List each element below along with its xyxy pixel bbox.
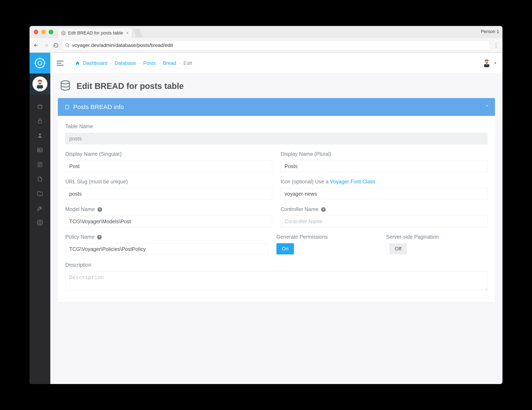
avatar	[481, 57, 492, 69]
bread-icon	[64, 104, 70, 110]
sidebar-logo[interactable]	[29, 53, 50, 73]
generate-permissions-toggle[interactable]: On	[276, 243, 297, 255]
svg-line-11	[68, 46, 69, 47]
svg-point-38	[61, 81, 69, 84]
chevron-up-icon: ⌃	[485, 104, 489, 110]
label-url-slug: URL Slug (must be unique)	[65, 179, 272, 185]
toggle-off-label: Off	[390, 243, 407, 255]
tab-favicon-icon	[61, 30, 66, 36]
svg-rect-23	[37, 85, 43, 89]
browser-tab[interactable]: Edit BREAD for posts table ×	[57, 28, 132, 38]
browser-window: Edit BREAD for posts table × Person 1 vo…	[29, 26, 503, 384]
tab-close-icon[interactable]: ×	[126, 30, 129, 36]
sidebar-item-roles[interactable]	[36, 117, 44, 125]
svg-point-12	[38, 61, 42, 65]
panel-bread-info: Posts BREAD info ⌃ Table Name Display Na…	[58, 98, 495, 302]
sidebar-item-tools[interactable]	[36, 204, 44, 212]
nav-reload-button[interactable]	[52, 41, 60, 49]
voyager-font-class-link[interactable]: Voyager Font Class	[330, 179, 375, 184]
display-plural-input[interactable]	[281, 160, 487, 172]
traffic-lights	[34, 30, 53, 34]
url-slug-input[interactable]	[65, 188, 272, 200]
chevron-down-icon: ▾	[494, 61, 496, 65]
database-icon	[59, 80, 72, 92]
profile-indicator[interactable]: Person 1	[481, 29, 499, 34]
breadcrumb-link-posts[interactable]: Posts	[143, 60, 156, 66]
panel-header[interactable]: Posts BREAD info ⌃	[58, 98, 495, 116]
search-icon	[65, 43, 70, 47]
browser-menu-button[interactable]: ⋮	[492, 41, 500, 49]
label-description: Description	[65, 262, 487, 268]
svg-point-27	[39, 134, 41, 136]
panel-title: Posts BREAD info	[73, 103, 124, 110]
label-policy-name-text: Policy Name	[65, 234, 95, 240]
svg-point-34	[39, 222, 41, 223]
window-close-button[interactable]	[34, 30, 38, 34]
user-menu[interactable]: ▾	[481, 57, 496, 69]
display-singular-input[interactable]	[65, 160, 272, 172]
sidebar-item-posts[interactable]	[36, 161, 44, 168]
breadcrumb-link-database[interactable]: Database	[114, 60, 136, 66]
label-display-singular: Display Name (Singular)	[65, 151, 272, 157]
nav-forward-button[interactable]	[42, 41, 50, 49]
breadcrumb-current: Edit	[183, 60, 192, 66]
label-display-plural: Display Name (Plural)	[281, 151, 487, 157]
controller-name-input[interactable]	[281, 216, 487, 227]
table-name-input	[65, 133, 487, 144]
nav-back-button[interactable]	[32, 41, 40, 49]
page-title: Edit BREAD for posts table	[76, 82, 184, 91]
svg-point-10	[66, 43, 68, 46]
url-text: voyager.dev/admin/database/posts/bread/e…	[72, 42, 173, 48]
topbar: Dashboard › Database › Posts › Bread › E…	[50, 53, 503, 73]
window-minimize-button[interactable]	[41, 30, 46, 34]
chevron-right-icon: ›	[159, 61, 160, 65]
home-icon	[76, 61, 80, 65]
svg-rect-25	[38, 106, 42, 109]
svg-rect-26	[38, 121, 42, 123]
label-table-name: Table Name	[65, 123, 487, 129]
help-icon[interactable]: ?	[97, 207, 102, 212]
breadcrumb-link-dashboard[interactable]: Dashboard	[83, 60, 107, 66]
help-icon[interactable]: ?	[97, 235, 102, 239]
label-server-side-pagination: Server-side Pagination	[386, 234, 488, 240]
label-model-name: Model Name ?	[65, 206, 272, 212]
sidebar-item-users[interactable]	[36, 132, 44, 139]
tab-title: Edit BREAD for posts table	[68, 30, 124, 36]
help-icon[interactable]: ?	[321, 207, 326, 212]
breadcrumb: Dashboard › Database › Posts › Bread › E…	[70, 57, 197, 69]
model-name-input[interactable]	[65, 216, 272, 227]
window-maximize-button[interactable]	[49, 30, 53, 34]
svg-point-0	[63, 32, 64, 34]
page-header: Edit BREAD for posts table	[58, 80, 495, 92]
server-side-pagination-toggle[interactable]: Off	[386, 243, 407, 255]
browser-chrome: Edit BREAD for posts table × Person 1 vo…	[29, 26, 503, 53]
chevron-right-icon: ›	[179, 61, 180, 65]
toggle-on-label: On	[276, 243, 294, 255]
label-controller-name-text: Controller Name	[281, 206, 318, 212]
sidebar-avatar[interactable]	[29, 73, 50, 94]
label-policy-name: Policy Name ?	[65, 234, 268, 240]
sidebar-item-media[interactable]	[36, 146, 44, 154]
sidebar-toggle-button[interactable]	[57, 59, 65, 67]
label-controller-name: Controller Name ?	[281, 206, 487, 212]
new-tab-button[interactable]	[133, 29, 143, 37]
sidebar	[29, 53, 50, 384]
policy-name-input[interactable]	[65, 243, 268, 255]
svg-rect-36	[484, 64, 489, 67]
sidebar-item-settings[interactable]	[36, 219, 44, 226]
sidebar-item-categories[interactable]	[36, 190, 44, 197]
label-generate-permissions: Generate Permissions	[276, 234, 378, 240]
label-icon-text: Icon (optional) Use a	[281, 179, 330, 184]
icon-input[interactable]	[281, 188, 487, 200]
label-model-name-text: Model Name	[65, 206, 95, 212]
description-textarea[interactable]	[65, 271, 487, 290]
chevron-right-icon: ›	[139, 61, 140, 65]
label-icon: Icon (optional) Use a Voyager Font Class	[281, 179, 487, 185]
sidebar-item-dashboard[interactable]	[36, 103, 44, 110]
breadcrumb-link-bread[interactable]: Bread	[163, 60, 176, 66]
url-bar[interactable]: voyager.dev/admin/database/posts/bread/e…	[62, 40, 490, 50]
chevron-right-icon: ›	[110, 61, 112, 65]
sidebar-item-pages[interactable]	[36, 175, 44, 183]
